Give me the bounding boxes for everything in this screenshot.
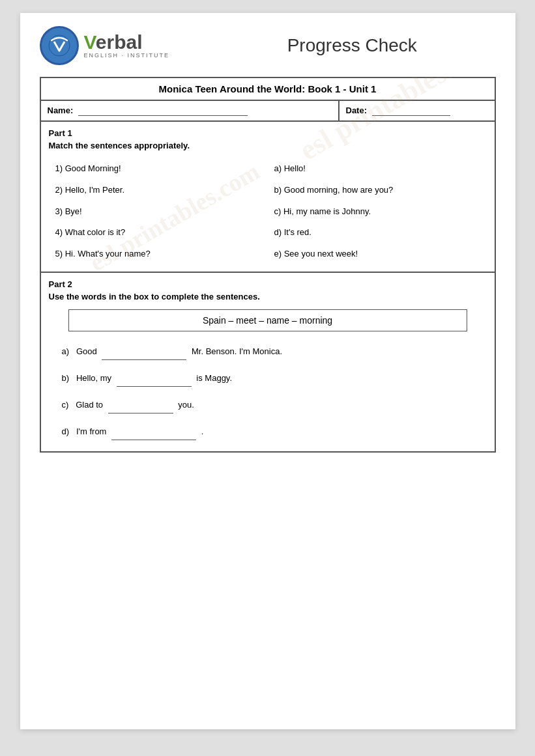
logo-name: Verbal (84, 33, 170, 52)
match-right-a: a) Hello! (268, 158, 487, 180)
worksheet-box: Monica Teen Around the World: Book 1 - U… (40, 77, 496, 453)
logo-rest: erbal (96, 31, 143, 53)
name-date-row: Name: Date: (41, 101, 495, 122)
name-cell: Name: (41, 101, 340, 120)
name-field[interactable] (78, 105, 248, 116)
date-field[interactable] (372, 105, 450, 116)
match-left-3: 3) Bye! (49, 201, 268, 223)
fill-item-b: b) Hello, my is Maggy. (49, 365, 487, 391)
fill-b-letter: b) (62, 373, 70, 383)
fill-item-a: a) Good Mr. Benson. I'm Monica. (49, 338, 487, 365)
match-grid: 1) Good Morning! 2) Hello, I'm Peter. 3)… (49, 158, 487, 265)
part2-section: Part 2 Use the words in the box to compl… (41, 273, 495, 451)
fill-d-after: . (201, 427, 204, 436)
logo-subtitle: ENGLISH · INSTITUTE (84, 52, 170, 59)
match-left-col: 1) Good Morning! 2) Hello, I'm Peter. 3)… (49, 158, 268, 265)
fill-b-before: Hello, my (76, 373, 111, 383)
worksheet: Monica Teen Around the World: Book 1 - U… (40, 77, 496, 453)
fill-a-before: Good (76, 346, 97, 356)
match-right-d: d) It's red. (268, 222, 487, 244)
fill-a-after: Mr. Benson. I'm Monica. (192, 346, 282, 356)
logo-area: Verbal ENGLISH · INSTITUTE (40, 26, 170, 65)
fill-a-line[interactable] (102, 343, 186, 360)
worksheet-title: Monica Teen Around the World: Book 1 - U… (41, 78, 495, 101)
fill-c-letter: c) (62, 400, 69, 410)
part1-section: Part 1 Match the sentences appropriately… (41, 122, 495, 273)
match-left-5: 5) Hi. What's your name? (49, 244, 268, 265)
part1-label: Part 1 (49, 128, 487, 138)
part1-instruction: Match the sentences appropriately. (49, 141, 487, 150)
part2-instruction: Use the words in the box to complete the… (49, 292, 487, 301)
match-left-2: 2) Hello, I'm Peter. (49, 180, 268, 201)
logo-icon (40, 26, 79, 65)
fill-b-line[interactable] (117, 369, 192, 387)
fill-c-after: you. (178, 400, 194, 410)
name-label: Name: (48, 105, 74, 115)
fill-a-letter: a) (62, 346, 70, 356)
match-left-1: 1) Good Morning! (49, 158, 268, 180)
fill-c-before: Glad to (76, 400, 103, 410)
fill-item-c: c) Glad to you. (49, 391, 487, 418)
logo-v: V (84, 31, 96, 53)
date-label: Date: (346, 105, 368, 115)
page-title: Progress Check (169, 35, 495, 56)
match-right-b: b) Good morning, how are you? (268, 180, 487, 201)
match-right-col: a) Hello! b) Good morning, how are you? … (268, 158, 487, 265)
fill-d-line[interactable] (111, 423, 196, 440)
fill-b-after: is Maggy. (196, 373, 232, 383)
fill-item-d: d) I'm from . (49, 418, 487, 445)
logo-text: Verbal ENGLISH · INSTITUTE (84, 33, 170, 59)
part2-label: Part 2 (49, 279, 487, 289)
date-cell: Date: (340, 101, 495, 120)
match-right-c: c) Hi, my name is Johnny. (268, 201, 487, 223)
fill-d-letter: d) (62, 427, 70, 436)
fill-d-before: I'm from (76, 427, 107, 436)
fill-c-line[interactable] (108, 396, 173, 413)
word-box: Spain – meet – name – morning (68, 309, 467, 331)
match-right-e: e) See you next week! (268, 244, 487, 265)
header: Verbal ENGLISH · INSTITUTE Progress Chec… (40, 26, 496, 65)
match-left-4: 4) What color is it? (49, 222, 268, 244)
